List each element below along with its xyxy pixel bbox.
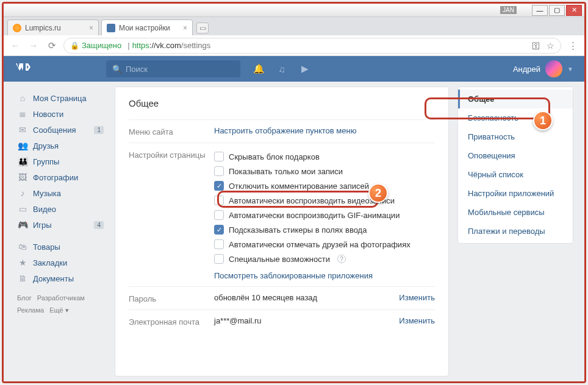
user-menu[interactable]: Андрей ▼ bbox=[513, 60, 573, 77]
back-button[interactable]: ← bbox=[9, 39, 22, 52]
footer-link-blog[interactable]: Блог bbox=[17, 294, 32, 302]
secure-label: Защищено bbox=[82, 41, 121, 50]
browser-tab-lumpics[interactable]: Lumpics.ru × bbox=[7, 19, 99, 35]
checkbox-row-suggest-stickers[interactable]: ✓Подсказывать стикеры в полях ввода bbox=[214, 222, 435, 237]
sidebar-item-documents[interactable]: 🗎Документы bbox=[15, 270, 106, 286]
checkbox[interactable] bbox=[214, 239, 224, 249]
right-nav-item-mobile[interactable]: Мобильные сервисы bbox=[458, 203, 573, 222]
checkbox-row-hide-gifts[interactable]: Скрывать блок подарков bbox=[214, 149, 435, 164]
right-nav-item-security[interactable]: Безопасность bbox=[458, 108, 573, 127]
right-nav-item-blacklist[interactable]: Чёрный список bbox=[458, 165, 573, 184]
sidebar-item-games[interactable]: 🎮Игры4 bbox=[15, 217, 106, 233]
sidebar-item-friends[interactable]: 👥Друзья bbox=[15, 138, 106, 154]
lock-icon: 🔒 bbox=[70, 41, 79, 50]
checkbox[interactable]: ✓ bbox=[214, 181, 224, 191]
right-nav-item-payments[interactable]: Платежи и переводы bbox=[458, 222, 573, 241]
blocked-apps-link[interactable]: Посмотреть заблокированные приложения bbox=[214, 271, 373, 280]
email-value: ja***@mail.ru bbox=[214, 316, 262, 327]
minimize-button[interactable]: — bbox=[532, 5, 548, 16]
sidebar-item-bookmarks[interactable]: ★Закладки bbox=[15, 255, 106, 270]
sidebar-footer: Блог Разработчикам Реклама Ещё ▾ bbox=[15, 286, 106, 323]
checkbox-row-auto-tag-friends[interactable]: Автоматически отмечать друзей на фотогра… bbox=[214, 237, 435, 252]
url-protocol: https bbox=[132, 41, 149, 50]
notifications-icon[interactable]: 🔔 bbox=[253, 63, 265, 75]
url-input[interactable]: 🔒 Защищено | https://vk.com/settings ⚿ ☆ bbox=[63, 38, 561, 54]
search-input[interactable]: 🔍 Поиск bbox=[106, 60, 240, 77]
tab-close-icon[interactable]: × bbox=[89, 24, 93, 32]
sidebar-item-label: Товары bbox=[33, 242, 60, 252]
checkbox-row-only-my-posts[interactable]: Показывать только мои записи bbox=[214, 164, 435, 178]
checkbox-label: Показывать только мои записи bbox=[229, 167, 343, 176]
configure-menu-link[interactable]: Настроить отображение пунктов меню bbox=[214, 126, 356, 135]
checkbox[interactable] bbox=[214, 254, 224, 264]
checkbox-label: Специальные возможности bbox=[229, 255, 330, 264]
document-icon: 🗎 bbox=[17, 274, 28, 283]
message-icon: ✉ bbox=[17, 125, 28, 135]
photos-icon: 🖼 bbox=[17, 172, 28, 182]
vk-header: 🔍 Поиск 🔔 ♫ ▶ Андрей ▼ bbox=[4, 56, 584, 82]
chevron-down-icon: ▼ bbox=[567, 66, 573, 72]
friends-icon: 👥 bbox=[17, 141, 28, 150]
new-tab-button[interactable]: ▭ bbox=[196, 23, 209, 34]
checkbox-row-autoplay-gif[interactable]: Автоматически воспроизводить GIF-анимаци… bbox=[214, 208, 435, 222]
right-nav-item-notifications[interactable]: Оповещения bbox=[458, 146, 573, 165]
right-nav-item-general[interactable]: Общее bbox=[458, 90, 573, 108]
search-icon: 🔍 bbox=[112, 65, 122, 74]
menu-button[interactable]: ⋮ bbox=[566, 39, 579, 52]
right-nav-item-app-settings[interactable]: Настройки приложений bbox=[458, 184, 573, 203]
footer-link-more[interactable]: Ещё ▾ bbox=[49, 306, 69, 314]
section-label-email: Электронная почта bbox=[129, 316, 214, 327]
checkbox-label: Автоматически отмечать друзей на фотогра… bbox=[229, 240, 411, 249]
checkbox[interactable]: ✓ bbox=[214, 225, 224, 235]
games-icon: 🎮 bbox=[17, 220, 28, 230]
sidebar-item-label: Музыка bbox=[33, 189, 61, 198]
star-icon[interactable]: ☆ bbox=[547, 41, 554, 51]
footer-link-dev[interactable]: Разработчикам bbox=[37, 294, 85, 302]
callout-number-1: 1 bbox=[533, 111, 553, 130]
url-path: /settings bbox=[181, 41, 210, 50]
favicon-icon bbox=[13, 24, 21, 32]
checkbox[interactable] bbox=[214, 152, 224, 161]
favicon-icon bbox=[107, 24, 115, 32]
checkbox-row-disable-comments[interactable]: ✓Отключить комментирование записей bbox=[214, 178, 435, 193]
os-user-badge: JAN bbox=[500, 6, 517, 14]
sidebar-item-news[interactable]: ≣Новости bbox=[15, 106, 106, 122]
sidebar-item-market[interactable]: 🛍Товары bbox=[15, 239, 106, 255]
sidebar-item-video[interactable]: ▭Видео bbox=[15, 201, 106, 217]
sidebar-item-label: Моя Страница bbox=[33, 94, 87, 103]
checkbox[interactable] bbox=[214, 166, 224, 176]
tab-close-icon[interactable]: × bbox=[183, 24, 187, 32]
sidebar-item-photos[interactable]: 🖼Фотографии bbox=[15, 169, 106, 185]
settings-right-nav: Общее Безопасность Приватность Оповещени… bbox=[457, 87, 573, 244]
checkbox-row-autoplay-video[interactable]: Автоматически воспроизводить видеозаписи bbox=[214, 193, 435, 208]
close-button[interactable]: ✕ bbox=[566, 5, 582, 16]
market-icon: 🛍 bbox=[17, 242, 28, 252]
maximize-button[interactable]: ▢ bbox=[549, 5, 565, 16]
url-host: ://vk.com bbox=[149, 41, 181, 50]
sidebar-item-label: Игры bbox=[33, 221, 52, 230]
key-icon[interactable]: ⚿ bbox=[532, 41, 540, 51]
reload-button[interactable]: ⟳ bbox=[45, 39, 59, 52]
sidebar-item-music[interactable]: ♪Музыка bbox=[15, 185, 106, 201]
footer-link-ads[interactable]: Реклама bbox=[17, 306, 44, 314]
checkbox[interactable] bbox=[214, 196, 224, 205]
right-nav-item-privacy[interactable]: Приватность bbox=[458, 127, 573, 146]
forward-button[interactable]: → bbox=[27, 39, 40, 52]
sidebar-item-messages[interactable]: ✉Сообщения1 bbox=[15, 122, 106, 138]
change-password-link[interactable]: Изменить bbox=[399, 293, 435, 303]
help-icon[interactable]: ? bbox=[337, 255, 346, 263]
password-value: обновлён 10 месяцев назад bbox=[214, 293, 317, 303]
checkbox-row-accessibility[interactable]: Специальные возможности? bbox=[214, 252, 435, 266]
sidebar-item-groups[interactable]: 👪Группы bbox=[15, 154, 106, 169]
browser-tab-vk-settings[interactable]: Мои настройки × bbox=[101, 19, 193, 35]
change-email-link[interactable]: Изменить bbox=[399, 316, 435, 327]
page-title: Общее bbox=[129, 98, 435, 108]
video-icon: ▭ bbox=[17, 204, 28, 214]
music-icon[interactable]: ♫ bbox=[276, 63, 288, 75]
vk-logo[interactable] bbox=[15, 62, 106, 76]
badge: 4 bbox=[94, 221, 104, 229]
music-icon: ♪ bbox=[17, 188, 28, 198]
player-icon[interactable]: ▶ bbox=[299, 63, 311, 75]
checkbox[interactable] bbox=[214, 210, 224, 220]
sidebar-item-my-page[interactable]: ⌂Моя Страница bbox=[15, 90, 106, 106]
